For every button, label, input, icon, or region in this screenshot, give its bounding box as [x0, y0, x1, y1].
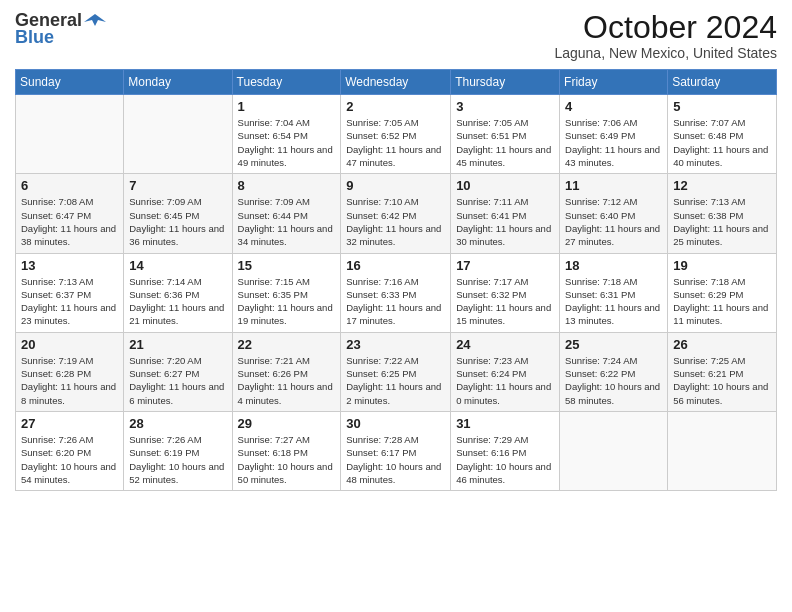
day-info: Sunrise: 7:29 AM Sunset: 6:16 PM Dayligh… — [456, 433, 554, 486]
calendar-cell: 19Sunrise: 7:18 AM Sunset: 6:29 PM Dayli… — [668, 253, 777, 332]
day-number: 6 — [21, 178, 118, 193]
day-info: Sunrise: 7:26 AM Sunset: 6:19 PM Dayligh… — [129, 433, 226, 486]
weekday-header-monday: Monday — [124, 70, 232, 95]
day-number: 30 — [346, 416, 445, 431]
day-number: 1 — [238, 99, 336, 114]
calendar-cell: 6Sunrise: 7:08 AM Sunset: 6:47 PM Daylig… — [16, 174, 124, 253]
calendar-cell: 16Sunrise: 7:16 AM Sunset: 6:33 PM Dayli… — [341, 253, 451, 332]
day-info: Sunrise: 7:06 AM Sunset: 6:49 PM Dayligh… — [565, 116, 662, 169]
calendar-cell: 9Sunrise: 7:10 AM Sunset: 6:42 PM Daylig… — [341, 174, 451, 253]
calendar-week-2: 6Sunrise: 7:08 AM Sunset: 6:47 PM Daylig… — [16, 174, 777, 253]
calendar-cell: 10Sunrise: 7:11 AM Sunset: 6:41 PM Dayli… — [451, 174, 560, 253]
day-number: 26 — [673, 337, 771, 352]
calendar-cell: 1Sunrise: 7:04 AM Sunset: 6:54 PM Daylig… — [232, 95, 341, 174]
calendar-cell — [668, 411, 777, 490]
calendar-cell: 2Sunrise: 7:05 AM Sunset: 6:52 PM Daylig… — [341, 95, 451, 174]
day-number: 11 — [565, 178, 662, 193]
day-info: Sunrise: 7:05 AM Sunset: 6:52 PM Dayligh… — [346, 116, 445, 169]
day-info: Sunrise: 7:14 AM Sunset: 6:36 PM Dayligh… — [129, 275, 226, 328]
logo-blue-text: Blue — [15, 27, 54, 48]
calendar-body: 1Sunrise: 7:04 AM Sunset: 6:54 PM Daylig… — [16, 95, 777, 491]
day-info: Sunrise: 7:28 AM Sunset: 6:17 PM Dayligh… — [346, 433, 445, 486]
day-info: Sunrise: 7:23 AM Sunset: 6:24 PM Dayligh… — [456, 354, 554, 407]
calendar-header: SundayMondayTuesdayWednesdayThursdayFrid… — [16, 70, 777, 95]
logo-bird-icon — [84, 12, 106, 30]
calendar-cell: 25Sunrise: 7:24 AM Sunset: 6:22 PM Dayli… — [560, 332, 668, 411]
day-info: Sunrise: 7:13 AM Sunset: 6:38 PM Dayligh… — [673, 195, 771, 248]
calendar-cell: 7Sunrise: 7:09 AM Sunset: 6:45 PM Daylig… — [124, 174, 232, 253]
calendar-week-5: 27Sunrise: 7:26 AM Sunset: 6:20 PM Dayli… — [16, 411, 777, 490]
calendar-cell: 24Sunrise: 7:23 AM Sunset: 6:24 PM Dayli… — [451, 332, 560, 411]
calendar-cell: 17Sunrise: 7:17 AM Sunset: 6:32 PM Dayli… — [451, 253, 560, 332]
weekday-header-friday: Friday — [560, 70, 668, 95]
day-info: Sunrise: 7:26 AM Sunset: 6:20 PM Dayligh… — [21, 433, 118, 486]
day-number: 25 — [565, 337, 662, 352]
day-info: Sunrise: 7:05 AM Sunset: 6:51 PM Dayligh… — [456, 116, 554, 169]
calendar-cell: 4Sunrise: 7:06 AM Sunset: 6:49 PM Daylig… — [560, 95, 668, 174]
calendar-cell: 20Sunrise: 7:19 AM Sunset: 6:28 PM Dayli… — [16, 332, 124, 411]
day-number: 20 — [21, 337, 118, 352]
day-number: 23 — [346, 337, 445, 352]
calendar-cell: 13Sunrise: 7:13 AM Sunset: 6:37 PM Dayli… — [16, 253, 124, 332]
day-info: Sunrise: 7:25 AM Sunset: 6:21 PM Dayligh… — [673, 354, 771, 407]
day-number: 15 — [238, 258, 336, 273]
day-number: 7 — [129, 178, 226, 193]
weekday-header-wednesday: Wednesday — [341, 70, 451, 95]
calendar-week-1: 1Sunrise: 7:04 AM Sunset: 6:54 PM Daylig… — [16, 95, 777, 174]
calendar-cell: 28Sunrise: 7:26 AM Sunset: 6:19 PM Dayli… — [124, 411, 232, 490]
day-info: Sunrise: 7:19 AM Sunset: 6:28 PM Dayligh… — [21, 354, 118, 407]
calendar-cell: 22Sunrise: 7:21 AM Sunset: 6:26 PM Dayli… — [232, 332, 341, 411]
day-number: 4 — [565, 99, 662, 114]
weekday-header-sunday: Sunday — [16, 70, 124, 95]
day-number: 24 — [456, 337, 554, 352]
calendar-cell: 26Sunrise: 7:25 AM Sunset: 6:21 PM Dayli… — [668, 332, 777, 411]
day-info: Sunrise: 7:07 AM Sunset: 6:48 PM Dayligh… — [673, 116, 771, 169]
day-number: 12 — [673, 178, 771, 193]
calendar-cell — [16, 95, 124, 174]
day-number: 9 — [346, 178, 445, 193]
month-title: October 2024 — [554, 10, 777, 45]
day-info: Sunrise: 7:27 AM Sunset: 6:18 PM Dayligh… — [238, 433, 336, 486]
day-number: 3 — [456, 99, 554, 114]
calendar-cell: 27Sunrise: 7:26 AM Sunset: 6:20 PM Dayli… — [16, 411, 124, 490]
day-info: Sunrise: 7:09 AM Sunset: 6:45 PM Dayligh… — [129, 195, 226, 248]
day-info: Sunrise: 7:24 AM Sunset: 6:22 PM Dayligh… — [565, 354, 662, 407]
day-info: Sunrise: 7:04 AM Sunset: 6:54 PM Dayligh… — [238, 116, 336, 169]
calendar-cell: 14Sunrise: 7:14 AM Sunset: 6:36 PM Dayli… — [124, 253, 232, 332]
day-number: 10 — [456, 178, 554, 193]
location-text: Laguna, New Mexico, United States — [554, 45, 777, 61]
calendar-table: SundayMondayTuesdayWednesdayThursdayFrid… — [15, 69, 777, 491]
day-info: Sunrise: 7:21 AM Sunset: 6:26 PM Dayligh… — [238, 354, 336, 407]
weekday-header-tuesday: Tuesday — [232, 70, 341, 95]
svg-marker-0 — [84, 14, 106, 26]
title-block: October 2024 Laguna, New Mexico, United … — [554, 10, 777, 61]
day-info: Sunrise: 7:10 AM Sunset: 6:42 PM Dayligh… — [346, 195, 445, 248]
day-info: Sunrise: 7:12 AM Sunset: 6:40 PM Dayligh… — [565, 195, 662, 248]
day-info: Sunrise: 7:09 AM Sunset: 6:44 PM Dayligh… — [238, 195, 336, 248]
day-number: 31 — [456, 416, 554, 431]
calendar-cell: 29Sunrise: 7:27 AM Sunset: 6:18 PM Dayli… — [232, 411, 341, 490]
day-info: Sunrise: 7:13 AM Sunset: 6:37 PM Dayligh… — [21, 275, 118, 328]
day-number: 22 — [238, 337, 336, 352]
day-number: 5 — [673, 99, 771, 114]
day-number: 17 — [456, 258, 554, 273]
day-info: Sunrise: 7:15 AM Sunset: 6:35 PM Dayligh… — [238, 275, 336, 328]
day-number: 21 — [129, 337, 226, 352]
calendar-cell: 31Sunrise: 7:29 AM Sunset: 6:16 PM Dayli… — [451, 411, 560, 490]
day-number: 2 — [346, 99, 445, 114]
day-info: Sunrise: 7:18 AM Sunset: 6:29 PM Dayligh… — [673, 275, 771, 328]
day-number: 27 — [21, 416, 118, 431]
weekday-header-thursday: Thursday — [451, 70, 560, 95]
day-number: 18 — [565, 258, 662, 273]
day-info: Sunrise: 7:17 AM Sunset: 6:32 PM Dayligh… — [456, 275, 554, 328]
calendar-cell: 8Sunrise: 7:09 AM Sunset: 6:44 PM Daylig… — [232, 174, 341, 253]
day-info: Sunrise: 7:16 AM Sunset: 6:33 PM Dayligh… — [346, 275, 445, 328]
calendar-cell: 30Sunrise: 7:28 AM Sunset: 6:17 PM Dayli… — [341, 411, 451, 490]
day-info: Sunrise: 7:18 AM Sunset: 6:31 PM Dayligh… — [565, 275, 662, 328]
day-info: Sunrise: 7:08 AM Sunset: 6:47 PM Dayligh… — [21, 195, 118, 248]
calendar-cell — [560, 411, 668, 490]
day-number: 28 — [129, 416, 226, 431]
calendar-cell: 12Sunrise: 7:13 AM Sunset: 6:38 PM Dayli… — [668, 174, 777, 253]
day-info: Sunrise: 7:22 AM Sunset: 6:25 PM Dayligh… — [346, 354, 445, 407]
logo: General Blue — [15, 10, 106, 48]
